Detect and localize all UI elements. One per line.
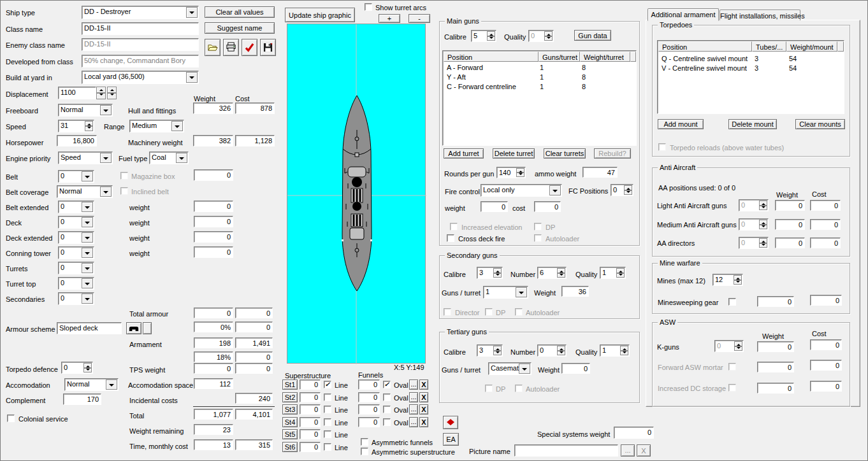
asymmetric-funnels-checkbox[interactable] bbox=[361, 438, 368, 446]
deck-select[interactable]: 0 bbox=[58, 216, 94, 229]
save-button[interactable] bbox=[260, 39, 276, 56]
chevron-down-icon[interactable] bbox=[82, 248, 93, 258]
tab-additional-armament[interactable]: Additional armament bbox=[647, 8, 719, 21]
st2-line-checkbox[interactable] bbox=[324, 394, 331, 401]
st5-line-checkbox[interactable] bbox=[324, 430, 331, 438]
clear-mounts-button[interactable]: Clear mounts bbox=[795, 119, 845, 129]
st4-value-field[interactable]: 0 bbox=[300, 417, 321, 427]
open-file-button[interactable] bbox=[205, 39, 221, 56]
tp-col-tubes[interactable]: Tubes/... bbox=[752, 41, 786, 52]
add-turret-button[interactable]: Add turret bbox=[444, 148, 484, 159]
funnel4-value-field[interactable]: 0 bbox=[358, 417, 380, 427]
class-name-input[interactable]: DD-15-II bbox=[82, 22, 199, 35]
gun-data-button[interactable]: Gun data bbox=[574, 30, 611, 41]
sg-guns-per-turret-select[interactable]: 1 bbox=[483, 286, 528, 299]
funnel4-browse-button[interactable]: ... bbox=[409, 417, 418, 427]
chevron-down-icon[interactable] bbox=[82, 171, 93, 181]
tg-calibre-spinner[interactable]: 3 bbox=[477, 344, 503, 357]
funnel1-browse-button[interactable]: ... bbox=[409, 379, 418, 390]
funnel3-value-field[interactable]: 0 bbox=[358, 404, 380, 415]
flip-ship-button[interactable] bbox=[443, 416, 458, 429]
ship-graphic-canvas[interactable] bbox=[287, 24, 426, 364]
belt-coverage-select[interactable]: Normal bbox=[57, 185, 113, 198]
mg-col-weight[interactable]: Weight/turret bbox=[580, 52, 630, 62]
chevron-down-icon[interactable] bbox=[82, 232, 93, 243]
st5-value-field[interactable]: 0 bbox=[300, 429, 321, 439]
tp-col-position[interactable]: Position bbox=[658, 41, 752, 52]
chevron-down-icon[interactable] bbox=[82, 278, 93, 288]
zoom-in-button[interactable]: + bbox=[379, 14, 400, 23]
chevron-down-icon[interactable] bbox=[516, 287, 527, 297]
minesweeping-gear-checkbox[interactable] bbox=[728, 298, 736, 306]
freeboard-select[interactable]: Normal bbox=[58, 104, 113, 117]
cross-deck-fire-checkbox[interactable] bbox=[447, 234, 454, 242]
mg-row-y[interactable]: Y - Aft 1 8 bbox=[444, 73, 634, 82]
show-turret-arcs-checkbox[interactable] bbox=[365, 3, 372, 11]
tg-guns-per-turret-select[interactable]: Casemate: bbox=[488, 362, 532, 375]
displacement-input[interactable]: 1100 bbox=[58, 87, 96, 99]
funnel1-delete-button[interactable]: X bbox=[419, 379, 428, 390]
developed-from-input[interactable]: 50% change, Commandant Bory bbox=[82, 55, 199, 67]
mg-quality-spinner[interactable]: 0 bbox=[528, 30, 554, 42]
st6-button[interactable]: St6 bbox=[282, 442, 298, 452]
build-yard-select[interactable]: Local yard (36,500) bbox=[82, 71, 199, 84]
medium-aa-spinner[interactable]: 0 bbox=[739, 218, 769, 230]
st3-line-checkbox[interactable] bbox=[324, 406, 331, 413]
mg-calibre-spinner[interactable]: 5 bbox=[471, 30, 496, 42]
suggest-name-button[interactable]: Suggest name bbox=[205, 22, 275, 34]
add-mount-button[interactable]: Add mount bbox=[658, 119, 704, 129]
chevron-down-icon[interactable] bbox=[82, 294, 93, 304]
chevron-down-icon[interactable] bbox=[100, 153, 112, 163]
chevron-down-icon[interactable] bbox=[176, 153, 187, 163]
enemy-class-input[interactable]: DD-15-II bbox=[82, 38, 199, 51]
light-aa-spinner[interactable]: 0 bbox=[739, 199, 769, 211]
colonial-service-checkbox[interactable] bbox=[7, 415, 15, 422]
tp-row-q[interactable]: Q - Centreline swivel mount 3 54 bbox=[659, 55, 842, 64]
deck-extended-select[interactable]: 0 bbox=[58, 231, 94, 244]
funnel2-browse-button[interactable]: ... bbox=[409, 392, 418, 402]
chevron-down-icon[interactable] bbox=[100, 187, 112, 197]
fuel-type-select[interactable]: Coal bbox=[149, 152, 189, 164]
armour-scheme-extra-button[interactable] bbox=[143, 322, 152, 334]
st5-button[interactable]: St5 bbox=[282, 429, 298, 439]
mines-spinner[interactable]: 12 bbox=[712, 274, 743, 286]
chevron-down-icon[interactable] bbox=[186, 7, 198, 18]
st2-value-field[interactable]: 0 bbox=[300, 392, 321, 402]
zoom-out-button[interactable]: - bbox=[409, 14, 430, 23]
tg-number-spinner[interactable]: 0 bbox=[537, 344, 567, 357]
chevron-down-icon[interactable] bbox=[106, 379, 117, 390]
funnel3-browse-button[interactable]: ... bbox=[409, 404, 418, 415]
torpedo-defence-spinner[interactable]: 0 bbox=[61, 362, 93, 374]
tab-flight-installations[interactable]: Flight installations, missiles bbox=[720, 10, 800, 20]
delete-turret-button[interactable]: Delete turret bbox=[493, 148, 535, 159]
sg-number-spinner[interactable]: 6 bbox=[537, 267, 567, 279]
kguns-spinner[interactable]: 0 bbox=[714, 340, 744, 352]
st3-value-field[interactable]: 0 bbox=[300, 404, 321, 415]
st6-value-field[interactable]: 0 bbox=[300, 442, 321, 452]
picture-clear-button[interactable]: X bbox=[637, 444, 651, 457]
sg-quality-spinner[interactable]: 1 bbox=[600, 267, 626, 279]
print-button[interactable] bbox=[223, 39, 239, 56]
turret-top-select[interactable]: 0 bbox=[58, 277, 94, 290]
chevron-down-icon[interactable] bbox=[519, 364, 530, 374]
range-select[interactable]: Medium bbox=[129, 120, 184, 132]
st1-button[interactable]: St1 bbox=[282, 379, 298, 390]
speed-spinner[interactable]: 31 bbox=[58, 120, 94, 132]
st2-button[interactable]: St2 bbox=[282, 392, 298, 402]
asymmetric-superstructure-checkbox[interactable] bbox=[361, 448, 368, 455]
main-guns-table[interactable]: Position Guns/turret Weight/turret A - F… bbox=[442, 50, 637, 146]
funnel1-oval-checkbox[interactable]: ✓ bbox=[383, 381, 391, 388]
armour-scheme-picker-button[interactable] bbox=[126, 322, 141, 334]
funnel2-oval-checkbox[interactable] bbox=[383, 394, 391, 401]
validate-button[interactable] bbox=[242, 39, 257, 56]
funnel4-oval-checkbox[interactable] bbox=[383, 418, 391, 426]
tg-quality-spinner[interactable]: 1 bbox=[600, 344, 630, 357]
st6-line-checkbox[interactable] bbox=[324, 443, 331, 451]
funnel3-oval-checkbox[interactable] bbox=[383, 406, 391, 413]
funnel1-value-field[interactable]: 0 bbox=[358, 379, 380, 390]
st4-button[interactable]: St4 bbox=[282, 417, 298, 427]
chevron-down-icon[interactable] bbox=[82, 202, 93, 212]
fire-control-select[interactable]: Local only bbox=[481, 184, 562, 197]
ea-button[interactable]: EA bbox=[443, 433, 459, 446]
funnel3-delete-button[interactable]: X bbox=[419, 404, 428, 415]
